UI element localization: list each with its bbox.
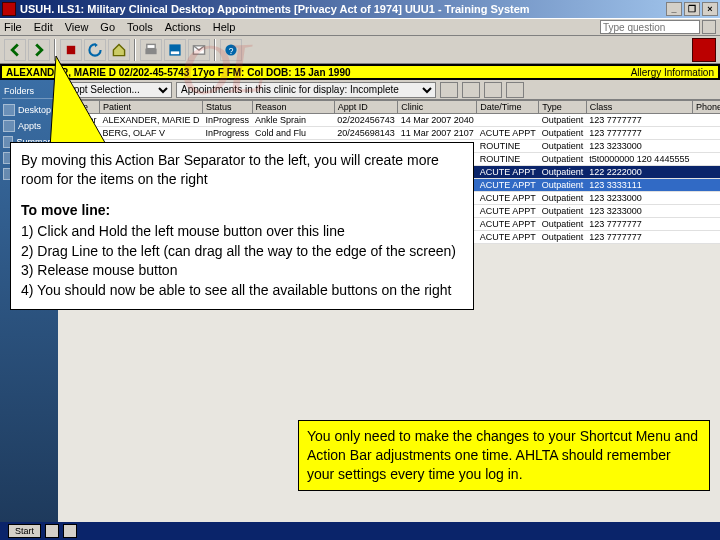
task-1[interactable] xyxy=(45,524,59,538)
menu-edit[interactable]: Edit xyxy=(34,21,53,33)
menu-go[interactable]: Go xyxy=(100,21,115,33)
table-row[interactable]: 29 MarBERG, OLAF VInProgressCold and Flu… xyxy=(59,127,721,140)
window-controls: _ ❐ × xyxy=(666,2,718,16)
filter-btn-2[interactable] xyxy=(462,82,480,98)
sidebar-header: Folders xyxy=(2,84,56,99)
help-button[interactable]: ? xyxy=(220,39,242,61)
print-button[interactable] xyxy=(140,39,162,61)
titlebar: USUH. ILS1: Military Clinical Desktop Ap… xyxy=(0,0,720,18)
menubar: File Edit View Go Tools Actions Help xyxy=(0,18,720,36)
column-header[interactable]: Class xyxy=(586,101,692,114)
filter-btn-4[interactable] xyxy=(506,82,524,98)
fwd-button[interactable] xyxy=(28,39,50,61)
maximize-button[interactable]: ❐ xyxy=(684,2,700,16)
close-button[interactable]: × xyxy=(702,2,718,16)
menu-view[interactable]: View xyxy=(65,21,89,33)
note-callout: You only need to make the changes to you… xyxy=(298,420,710,491)
menu-actions[interactable]: Actions xyxy=(165,21,201,33)
column-header[interactable]: Reason xyxy=(252,101,334,114)
filter-btn-1[interactable] xyxy=(440,82,458,98)
callout-steps-header: To move line: xyxy=(21,201,463,220)
app-title: USUH. ILS1: Military Clinical Desktop Ap… xyxy=(20,3,530,15)
filter-bar: Appt Selection... Appointments in this c… xyxy=(58,80,720,100)
calendar-icon xyxy=(3,120,15,132)
svg-rect-2 xyxy=(147,44,155,48)
help-search-go[interactable] xyxy=(702,20,716,34)
table-row[interactable]: 29 MarALEXANDER, MARIE DInProgressAnkle … xyxy=(59,114,721,127)
svg-rect-0 xyxy=(67,45,75,53)
sidebar-item-appts[interactable]: Appts xyxy=(2,118,56,134)
column-header[interactable]: Date/Time xyxy=(477,101,539,114)
menu-help[interactable]: Help xyxy=(213,21,236,33)
instruction-callout: By moving this Action Bar Separator to t… xyxy=(10,142,474,310)
clinic-filter-dropdown[interactable]: Appointments in this clinic for display:… xyxy=(176,82,436,98)
sidebar-item-desktop[interactable]: Desktop xyxy=(2,102,56,118)
help-search-input[interactable] xyxy=(600,20,700,34)
callout-intro: By moving this Action Bar Separator to t… xyxy=(21,151,463,189)
svg-rect-4 xyxy=(171,51,179,54)
column-header[interactable]: Clinic xyxy=(398,101,477,114)
taskbar: Start xyxy=(0,522,720,540)
column-header[interactable]: Status xyxy=(203,101,253,114)
column-header[interactable]: Phone xyxy=(692,101,720,114)
home-button[interactable] xyxy=(108,39,130,61)
menu-file[interactable]: File xyxy=(4,21,22,33)
toolbar-separator[interactable] xyxy=(214,39,216,61)
back-button[interactable] xyxy=(4,39,26,61)
save-button[interactable] xyxy=(164,39,186,61)
filter-btn-3[interactable] xyxy=(484,82,502,98)
mail-button[interactable] xyxy=(188,39,210,61)
svg-text:?: ? xyxy=(229,45,234,55)
start-button[interactable]: Start xyxy=(8,524,41,538)
desktop-icon xyxy=(3,104,15,116)
svg-rect-1 xyxy=(145,48,156,54)
column-header[interactable]: Patient xyxy=(100,101,203,114)
svg-marker-8 xyxy=(50,56,108,148)
column-header[interactable]: Appt ID xyxy=(334,101,398,114)
toolbar-separator[interactable] xyxy=(134,39,136,61)
allergy-pill[interactable]: Allergy Information xyxy=(631,67,714,78)
app-icon xyxy=(2,2,16,16)
minimize-button[interactable]: _ xyxy=(666,2,682,16)
help-search xyxy=(600,20,716,34)
org-badge-icon xyxy=(692,38,716,62)
menu-tools[interactable]: Tools xyxy=(127,21,153,33)
task-2[interactable] xyxy=(63,524,77,538)
callout-steps: 1) Click and Hold the left mouse button … xyxy=(21,222,463,301)
column-header[interactable]: Type xyxy=(539,101,587,114)
